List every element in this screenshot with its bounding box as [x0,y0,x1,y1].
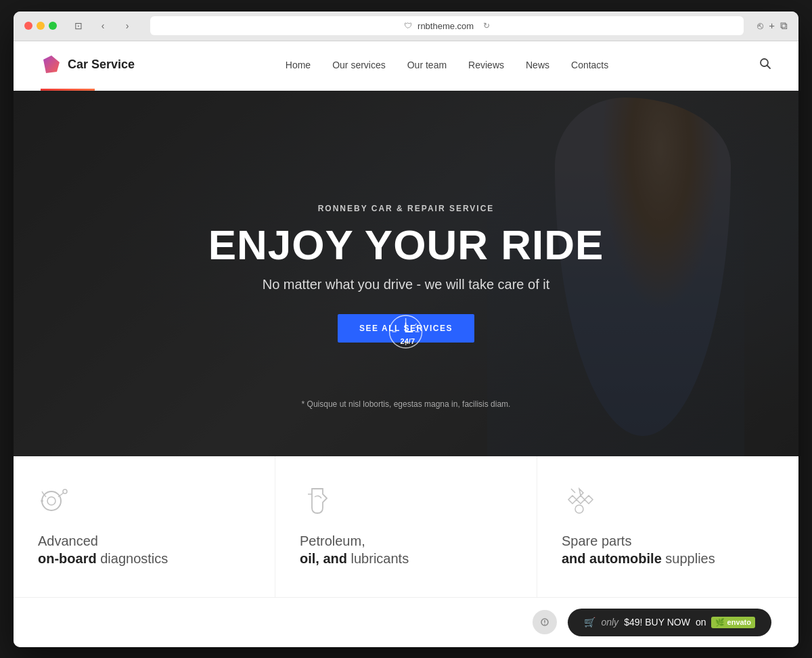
svg-line-9 [415,324,417,326]
minimize-button[interactable] [37,22,45,30]
close-button[interactable] [24,22,32,30]
nav-our-services[interactable]: Our services [332,60,386,70]
service-title-3: Spare parts and automobile supplies [562,532,774,567]
cart-icon: 🛒 [584,617,595,628]
hero-section: RONNEBY CAR & REPAIR SERVICE ENJOY YOUR … [14,91,798,456]
new-tab-icon[interactable]: + [769,20,775,32]
browser-window: ⊡ ‹ › 🛡 rnbtheme.com ↻ ⎋ + ⧉ [14,12,798,647]
spare-parts-icon [562,483,597,519]
svg-point-12 [42,491,61,510]
svg-line-10 [416,326,419,328]
buy-on-label: on [696,617,706,628]
service-card-1: Advanced on-board diagnostics [14,456,275,597]
service-title-2: Petroleum, oil, and lubricants [300,532,512,567]
logo[interactable]: Car Service [41,54,135,76]
svg-point-13 [47,497,55,505]
svg-line-1 [767,65,770,68]
navbar: Car Service Home Our services Our team R… [14,41,798,89]
windows-icon[interactable]: ⧉ [780,20,788,32]
refresh-icon[interactable]: ↻ [483,21,490,30]
hero-title: ENJOY YOUR RIDE [208,224,604,266]
buy-price-label: $49! BUY NOW [624,617,690,628]
nav-news[interactable]: News [526,60,549,70]
search-icon[interactable] [759,58,771,72]
browser-controls: ⊡ ‹ › [69,16,137,35]
nav-home[interactable]: Home [286,60,311,70]
traffic-lights [24,22,57,30]
buy-bar: 🛒 only $49! BUY NOW on 🌿 envato [14,597,798,647]
website-content: Car Service Home Our services Our team R… [14,41,798,647]
logo-text: Car Service [68,58,135,72]
back-icon[interactable]: ‹ [93,16,112,35]
sidebar-toggle-icon[interactable]: ⊡ [69,16,88,35]
svg-point-20 [545,623,546,625]
hero-description: No matter what you drive - we will take … [208,277,604,292]
diagnostics-icon [38,483,73,519]
hero-availability-badge: 24/7 * Quisque ut nisl lobortis, egestas… [302,311,511,409]
browser-chrome: ⊡ ‹ › 🛡 rnbtheme.com ↻ ⎋ + ⧉ [14,12,798,41]
buy-only-label: only [601,617,618,628]
service-title-1: Advanced on-board diagnostics [38,532,250,567]
share-icon[interactable]: ⎋ [757,20,763,32]
address-bar[interactable]: 🛡 rnbtheme.com ↻ [150,16,744,35]
maximize-button[interactable] [49,22,57,30]
svg-point-15 [63,489,67,494]
nav-our-team[interactable]: Our team [407,60,447,70]
hero-note: * Quisque ut nisl lobortis, egestas magn… [302,399,511,409]
clock-icon: 24/7 [386,311,426,352]
nav-reviews[interactable]: Reviews [468,60,504,70]
service-card-2: Petroleum, oil, and lubricants [275,456,537,597]
url-text: rnbtheme.com [418,21,474,31]
nav-contacts[interactable]: Contacts [571,60,608,70]
forward-icon[interactable]: › [118,16,137,35]
security-icon: 🛡 [404,21,412,30]
buy-bar-toggle[interactable] [533,610,557,634]
service-card-3: Spare parts and automobile supplies [537,456,798,597]
browser-actions: ⎋ + ⧉ [757,20,788,32]
petroleum-icon [300,483,335,519]
envato-logo: 🌿 envato [711,617,755,628]
svg-point-17 [575,505,583,513]
services-section: Advanced on-board diagnostics Petroleum,… [14,456,798,597]
logo-icon [41,54,62,76]
svg-text:24/7: 24/7 [401,337,415,345]
buy-now-button[interactable]: 🛒 only $49! BUY NOW on 🌿 envato [568,609,771,636]
hero-subtitle: RONNEBY CAR & REPAIR SERVICE [208,204,604,213]
nav-links: Home Our services Our team Reviews News … [286,60,608,70]
